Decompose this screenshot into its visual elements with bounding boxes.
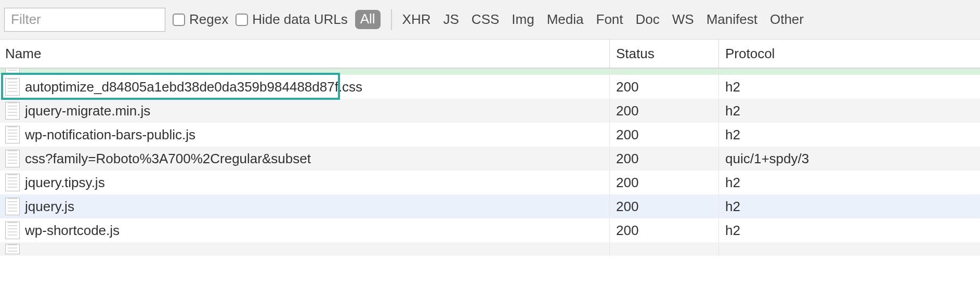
filter-js[interactable]: JS bbox=[443, 11, 459, 28]
file-icon bbox=[5, 126, 20, 144]
file-icon bbox=[5, 78, 20, 96]
table-row[interactable]: jquery.tipsy.js 200 h2 bbox=[0, 171, 980, 194]
file-icon bbox=[5, 150, 20, 167]
filter-media[interactable]: Media bbox=[547, 11, 584, 28]
filter-font[interactable]: Font bbox=[596, 11, 623, 28]
request-protocol: h2 bbox=[718, 75, 980, 99]
request-status: 200 bbox=[609, 99, 718, 123]
filter-doc[interactable]: Doc bbox=[636, 11, 660, 28]
col-header-protocol[interactable]: Protocol bbox=[718, 40, 980, 68]
request-status: 200 bbox=[609, 147, 718, 171]
request-status: 200 bbox=[609, 123, 718, 147]
request-protocol: h2 bbox=[718, 123, 980, 147]
checkbox-icon bbox=[236, 14, 248, 26]
table-row-peek-bottom bbox=[0, 242, 980, 256]
request-name: jquery.tipsy.js bbox=[25, 175, 105, 191]
file-icon bbox=[5, 102, 20, 120]
request-name: autoptimize_d84805a1ebd38de0da359b984488… bbox=[25, 79, 362, 95]
file-icon bbox=[5, 244, 20, 254]
table-row[interactable]: wp-notification-bars-public.js 200 h2 bbox=[0, 123, 980, 147]
hide-data-urls-checkbox[interactable]: Hide data URLs bbox=[236, 11, 348, 28]
filter-ws[interactable]: WS bbox=[672, 11, 694, 28]
regex-checkbox[interactable]: Regex bbox=[173, 11, 228, 28]
table-row[interactable]: wp-shortcode.js 200 h2 bbox=[0, 218, 980, 242]
request-status: 200 bbox=[609, 171, 718, 194]
file-icon bbox=[5, 174, 20, 191]
request-status: 200 bbox=[609, 218, 718, 242]
table-row[interactable]: jquery-migrate.min.js 200 h2 bbox=[0, 99, 980, 123]
request-protocol: quic/1+spdy/3 bbox=[718, 147, 980, 171]
col-header-name[interactable]: Name bbox=[0, 46, 609, 62]
request-name: wp-shortcode.js bbox=[25, 223, 120, 239]
filter-img[interactable]: Img bbox=[512, 11, 534, 28]
request-name: jquery-migrate.min.js bbox=[25, 103, 150, 119]
file-icon bbox=[5, 69, 20, 75]
request-status: 200 bbox=[609, 75, 718, 99]
table-row[interactable]: css?family=Roboto%3A700%2Cregular&subset… bbox=[0, 147, 980, 171]
filter-manifest[interactable]: Manifest bbox=[707, 11, 757, 28]
regex-label: Regex bbox=[189, 11, 228, 28]
request-protocol: h2 bbox=[718, 171, 980, 194]
table-row-peek bbox=[0, 69, 980, 75]
type-filters: XHR JS CSS Img Media Font Doc WS Manifes… bbox=[402, 11, 804, 28]
filter-css[interactable]: CSS bbox=[472, 11, 499, 28]
request-protocol: h2 bbox=[718, 194, 980, 218]
separator bbox=[391, 9, 392, 30]
network-toolbar: Regex Hide data URLs All XHR JS CSS Img … bbox=[0, 0, 980, 40]
table-header: Name Status Protocol bbox=[0, 40, 980, 69]
file-icon bbox=[5, 198, 20, 215]
filter-xhr[interactable]: XHR bbox=[402, 11, 431, 28]
request-name: css?family=Roboto%3A700%2Cregular&subset bbox=[25, 151, 311, 167]
filter-other[interactable]: Other bbox=[770, 11, 804, 28]
request-protocol: h2 bbox=[718, 218, 980, 242]
request-status: 200 bbox=[609, 194, 718, 218]
file-icon bbox=[5, 221, 20, 239]
col-header-status[interactable]: Status bbox=[609, 40, 718, 68]
table-row[interactable]: jquery.js 200 h2 bbox=[0, 194, 980, 218]
requests-table: autoptimize_d84805a1ebd38de0da359b984488… bbox=[0, 69, 980, 256]
filter-all-pill[interactable]: All bbox=[355, 10, 381, 29]
request-protocol: h2 bbox=[718, 99, 980, 123]
request-name: jquery.js bbox=[25, 199, 74, 215]
table-row[interactable]: autoptimize_d84805a1ebd38de0da359b984488… bbox=[0, 75, 980, 99]
checkbox-icon bbox=[173, 14, 185, 26]
hide-data-urls-label: Hide data URLs bbox=[252, 11, 348, 28]
request-name: wp-notification-bars-public.js bbox=[25, 127, 195, 143]
filter-input[interactable] bbox=[4, 8, 165, 32]
